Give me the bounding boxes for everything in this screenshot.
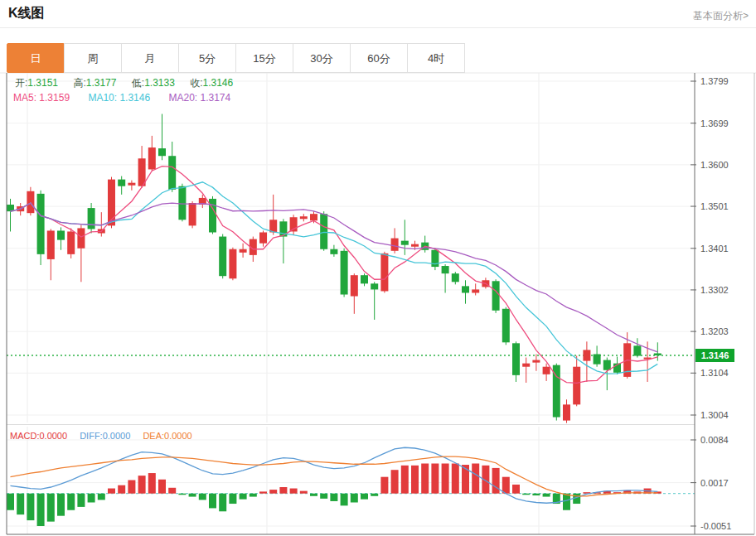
high-value: 1.3177 <box>86 77 117 89</box>
header-divider <box>0 27 756 28</box>
close-label: 收: <box>190 77 202 89</box>
tab-4hour[interactable]: 4时 <box>407 43 465 73</box>
period-tab-bar: 日 周 月 5分 15分 30分 60分 4时 <box>7 43 465 73</box>
svg-text:1.3401: 1.3401 <box>700 244 729 254</box>
svg-text:1.3699: 1.3699 <box>700 118 729 128</box>
tab-week[interactable]: 周 <box>64 43 122 73</box>
svg-text:0.0084: 0.0084 <box>700 435 729 445</box>
svg-text:1.3004: 1.3004 <box>700 410 729 420</box>
diff-value-legend: DIFF:0.0000 <box>80 431 130 441</box>
low-value: 1.3133 <box>144 77 175 89</box>
kline-widget: { "header": { "title": "K线图", "link_labe… <box>0 0 756 536</box>
current-price-badge: 1.3146 <box>695 349 734 362</box>
svg-text:-0.0051: -0.0051 <box>700 521 731 531</box>
tab-30min[interactable]: 30分 <box>293 43 351 73</box>
high-label: 高: <box>73 77 85 89</box>
tab-day[interactable]: 日 <box>7 43 65 73</box>
open-label: 开: <box>15 77 27 89</box>
svg-text:1.3600: 1.3600 <box>700 160 729 170</box>
open-value: 1.3151 <box>27 77 58 89</box>
page-title: K线图 <box>8 5 45 22</box>
tab-5min[interactable]: 5分 <box>178 43 236 73</box>
ma-legend: MA5: 1.3159 MA10: 1.3146 MA20: 1.3174 <box>13 92 246 104</box>
tab-month[interactable]: 月 <box>121 43 179 73</box>
svg-text:1.3501: 1.3501 <box>700 201 729 211</box>
ma20-legend: MA20: 1.3174 <box>168 92 230 104</box>
svg-text:1.3104: 1.3104 <box>700 368 729 378</box>
svg-text:1.3203: 1.3203 <box>700 326 729 336</box>
svg-text:1.3302: 1.3302 <box>700 285 729 295</box>
macd-legend: MACD:0.0000 DIFF:0.0000 DEA:0.0000 <box>10 431 202 441</box>
tab-15min[interactable]: 15分 <box>235 43 293 73</box>
low-label: 低: <box>132 77 144 89</box>
ma5-legend: MA5: 1.3159 <box>13 92 70 104</box>
close-value: 1.3146 <box>203 77 234 89</box>
macd-value-legend: MACD:0.0000 <box>10 431 67 441</box>
svg-text:0.0017: 0.0017 <box>700 478 729 488</box>
ma10-legend: MA10: 1.3146 <box>88 92 150 104</box>
tab-60min[interactable]: 60分 <box>350 43 408 73</box>
fundamental-analysis-link[interactable]: 基本面分析> <box>693 9 749 23</box>
dea-value-legend: DEA:0.0000 <box>143 431 191 441</box>
ohlc-legend: 开:1.3151 高:1.3177 低:1.3133 收:1.3146 <box>15 76 245 90</box>
svg-text:1.3799: 1.3799 <box>700 76 729 86</box>
